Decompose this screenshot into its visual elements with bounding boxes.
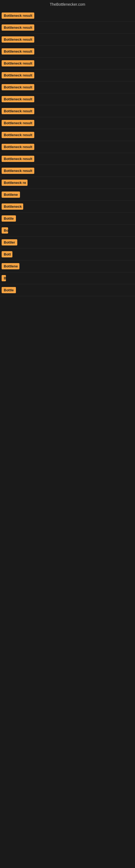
list-item[interactable]: Bottleneck result xyxy=(0,117,135,129)
list-item[interactable]: Bott xyxy=(0,248,135,260)
list-item[interactable]: Bottlene xyxy=(0,260,135,272)
bottleneck-result-badge[interactable]: Bottlene xyxy=(2,191,20,198)
bottleneck-result-badge[interactable]: B xyxy=(2,275,6,281)
bottleneck-result-badge[interactable]: Bottleneck re xyxy=(2,180,28,186)
bottleneck-result-badge[interactable]: Bott xyxy=(2,251,12,257)
bottleneck-result-badge[interactable]: Bottleneck result xyxy=(2,156,34,162)
bottleneck-result-badge[interactable]: Bottle xyxy=(2,215,16,222)
site-title: TheBottlenecker.com xyxy=(0,0,135,10)
rows-container: Bottleneck resultBottleneck resultBottle… xyxy=(0,10,135,296)
list-item[interactable]: Bottleneck result xyxy=(0,153,135,165)
list-item[interactable]: Bo xyxy=(0,225,135,237)
bottleneck-result-badge[interactable]: Bottleneck result xyxy=(2,167,34,174)
bottleneck-result-badge[interactable]: Bottleneck result xyxy=(2,96,34,102)
list-item[interactable]: Bottleneck result xyxy=(0,69,135,82)
list-item[interactable]: Bottleneck result xyxy=(0,22,135,34)
bottleneck-result-badge[interactable]: Bottleneck result xyxy=(2,36,34,42)
list-item[interactable]: B xyxy=(0,272,135,284)
bottleneck-result-badge[interactable]: Bottleneck xyxy=(2,204,23,210)
list-item[interactable]: Bottle xyxy=(0,284,135,296)
list-item[interactable]: Bottleneck result xyxy=(0,82,135,93)
bottleneck-result-badge[interactable]: Bottlene xyxy=(2,263,19,269)
list-item[interactable]: Bottleneck result xyxy=(0,105,135,117)
bottleneck-result-badge[interactable]: Bottleneck result xyxy=(2,120,34,126)
bottleneck-result-badge[interactable]: Bottleneck result xyxy=(2,108,34,114)
list-item[interactable]: Bottleneck result xyxy=(0,93,135,105)
list-item[interactable]: Bottleneck result xyxy=(0,165,135,177)
list-item[interactable]: Bottleneck xyxy=(0,201,135,213)
bottleneck-result-badge[interactable]: Bottleneck result xyxy=(2,144,34,150)
list-item[interactable]: Bottle xyxy=(0,213,135,225)
list-item[interactable]: Bottleneck result xyxy=(0,10,135,22)
bottleneck-result-badge[interactable]: Bottleneck result xyxy=(2,12,34,19)
list-item[interactable]: Bottleneck result xyxy=(0,129,135,141)
list-item[interactable]: Bottlene xyxy=(0,189,135,201)
bottleneck-result-badge[interactable]: Bottle xyxy=(2,287,16,293)
list-item[interactable]: Bottleneck re xyxy=(0,177,135,189)
bottleneck-result-badge[interactable]: Bottleneck result xyxy=(2,72,34,79)
list-item[interactable]: Bottleneck result xyxy=(0,34,135,45)
bottleneck-result-badge[interactable]: Bo xyxy=(2,227,8,234)
list-item[interactable]: Bottler xyxy=(0,237,135,248)
site-title-bar: TheBottlenecker.com xyxy=(0,0,135,10)
list-item[interactable]: Bottleneck result xyxy=(0,45,135,58)
bottleneck-result-badge[interactable]: Bottleneck result xyxy=(2,24,34,31)
bottleneck-result-badge[interactable]: Bottleneck result xyxy=(2,60,34,66)
bottleneck-result-badge[interactable]: Bottleneck result xyxy=(2,84,34,90)
bottleneck-result-badge[interactable]: Bottleneck result xyxy=(2,48,34,55)
bottleneck-result-badge[interactable]: Bottler xyxy=(2,239,17,246)
bottleneck-result-badge[interactable]: Bottleneck result xyxy=(2,132,34,138)
list-item[interactable]: Bottleneck result xyxy=(0,141,135,153)
list-item[interactable]: Bottleneck result xyxy=(0,58,135,69)
